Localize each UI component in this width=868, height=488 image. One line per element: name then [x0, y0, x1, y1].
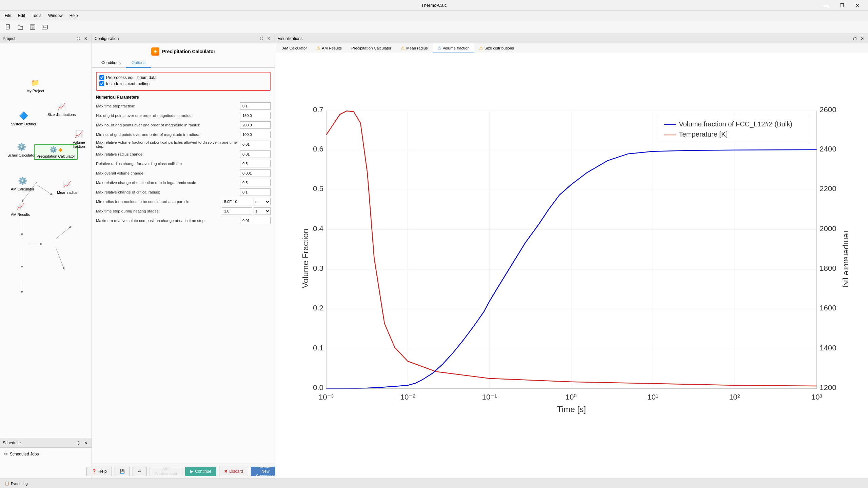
- param-row-4: Max relative volume fraction of subcriti…: [96, 140, 271, 148]
- vis-tab-size-distributions[interactable]: ⚠ Size distributions: [474, 43, 519, 53]
- config-close[interactable]: ✕: [266, 36, 272, 42]
- param-input-12[interactable]: [240, 217, 271, 224]
- preprocess-label: Preprocess equilibrium data: [106, 75, 157, 80]
- param-row-1: No. of grid points over one order of mag…: [96, 112, 271, 119]
- options-section: Preprocess equilibrium data Include inci…: [96, 72, 271, 91]
- close-button[interactable]: ✕: [850, 0, 865, 11]
- param-row-7: Max overall volume change:: [96, 169, 271, 177]
- discard-button[interactable]: ✖ Discard: [219, 467, 248, 476]
- node-scheil[interactable]: ⚙️ Scheil Calculator: [7, 142, 36, 157]
- node-mean-radius[interactable]: 📈 Mean radius: [57, 179, 78, 195]
- minimize-button[interactable]: —: [818, 0, 834, 11]
- svg-text:0.7: 0.7: [313, 105, 323, 114]
- save-doc-button[interactable]: 💾: [115, 467, 130, 476]
- param-row-11: Max time step during heating stages:s: [96, 207, 271, 215]
- param-unit-select-10[interactable]: m: [254, 198, 271, 205]
- vis-tab-size-dist-label: Size distributions: [485, 46, 514, 50]
- param-input-2[interactable]: [240, 121, 271, 129]
- node-my-project[interactable]: 📁 My Project: [26, 77, 44, 93]
- svg-text:10⁻³: 10⁻³: [319, 393, 334, 401]
- param-input-group-9: [240, 188, 271, 196]
- svg-rect-4: [31, 25, 34, 26]
- node-am-calc-icon: ⚙️: [17, 176, 28, 186]
- tab-options[interactable]: Options: [126, 58, 151, 68]
- param-input-1[interactable]: [240, 112, 271, 119]
- param-label-4: Max relative volume fraction of subcriti…: [96, 140, 240, 148]
- help-button[interactable]: ❓ Help: [86, 467, 112, 476]
- node-am-results-icon: 📈: [15, 201, 26, 212]
- node-system-definer[interactable]: 🔷 System Definer: [11, 110, 36, 126]
- project-pop-out[interactable]: ⬡: [75, 36, 81, 42]
- menu-edit[interactable]: Edit: [15, 12, 28, 19]
- warn-icon-mean-radius: ⚠: [401, 45, 405, 50]
- scheduled-jobs-item[interactable]: ⚙ Scheduled Jobs: [3, 450, 89, 458]
- save-button[interactable]: [27, 22, 38, 33]
- svg-text:Volume Fraction: Volume Fraction: [301, 229, 310, 288]
- incipient-checkbox[interactable]: [99, 81, 104, 86]
- menu-window[interactable]: Window: [45, 12, 66, 19]
- scheduler-panel: Scheduler ⬡ ✕ ⚙ Scheduled Jobs: [0, 438, 92, 479]
- param-input-8[interactable]: [240, 179, 271, 186]
- vis-pop-out[interactable]: ⬡: [852, 36, 858, 42]
- param-input-7[interactable]: [240, 169, 271, 177]
- vis-close[interactable]: ✕: [859, 36, 865, 42]
- svg-text:Temperature [K]: Temperature [K]: [679, 130, 728, 138]
- open-button[interactable]: [15, 22, 26, 33]
- project-close[interactable]: ✕: [83, 36, 89, 42]
- param-input-group-11: s: [222, 207, 271, 215]
- param-input-11[interactable]: [222, 207, 252, 215]
- vis-tab-am-results[interactable]: ⚠ AM Results: [312, 43, 347, 53]
- play-icon: ▶: [190, 469, 193, 474]
- config-pop-out[interactable]: ⬡: [258, 36, 264, 42]
- event-log-button[interactable]: 📋 Event Log: [3, 481, 30, 486]
- project-title: Project: [3, 36, 15, 41]
- node-volume-fraction[interactable]: 📈 Volume fraction: [66, 129, 92, 148]
- scheduler-close[interactable]: ✕: [83, 440, 89, 446]
- vis-tab-am-calc-label: AM Calculator: [282, 46, 307, 50]
- node-size-distributions[interactable]: 📈 Size distributions: [47, 101, 76, 117]
- menu-file[interactable]: File: [1, 12, 15, 19]
- svg-text:10⁻¹: 10⁻¹: [482, 393, 497, 401]
- node-volume-fraction-icon: 📈: [74, 129, 84, 140]
- node-am-calculator[interactable]: ⚙️ AM Calculator: [11, 176, 34, 191]
- preprocess-checkbox[interactable]: [99, 75, 104, 80]
- node-scheil-label: Scheil Calculator: [7, 153, 36, 157]
- node-mean-radius-icon: 📈: [62, 179, 73, 190]
- param-input-group-5: [240, 150, 271, 158]
- param-label-6: Relative radius change for avoiding clas…: [96, 162, 240, 166]
- vis-tab-mean-radius[interactable]: ⚠ Mean radius: [396, 43, 432, 53]
- node-system-definer-label: System Definer: [11, 122, 36, 126]
- warn-icon-am-results: ⚠: [316, 45, 320, 50]
- project-canvas: 📁 My Project 📈 Size distributions 🔷 Syst…: [0, 43, 92, 438]
- param-input-6[interactable]: [240, 160, 271, 167]
- add-predecessor-button[interactable]: Add Predecessor: [150, 467, 182, 476]
- menu-help[interactable]: Help: [66, 12, 81, 19]
- param-label-11: Max time step during heating stages:: [96, 209, 222, 213]
- tab-conditions[interactable]: Conditions: [96, 58, 126, 68]
- new-button[interactable]: [3, 22, 14, 33]
- node-my-project-icon: 📁: [30, 77, 41, 88]
- param-input-5[interactable]: [240, 150, 271, 158]
- back-button[interactable]: ←: [133, 467, 147, 476]
- param-row-2: Max no. of grid points over one order of…: [96, 121, 271, 129]
- scheduler-pop-out[interactable]: ⬡: [75, 440, 81, 446]
- param-input-10[interactable]: [222, 198, 252, 205]
- vis-tab-volume-fraction[interactable]: ⚠ Volume fraction: [433, 43, 474, 53]
- vis-tab-precip-label: Precipitation Calculator: [351, 46, 391, 50]
- continue-button[interactable]: ▶ Continue: [185, 467, 216, 476]
- node-system-definer-icon: 🔷: [18, 110, 29, 121]
- menu-tools[interactable]: Tools: [28, 12, 45, 19]
- terminal-button[interactable]: [39, 22, 50, 33]
- node-am-results[interactable]: 📈 AM Results: [11, 201, 30, 217]
- vis-tab-am-calculator[interactable]: AM Calculator: [278, 43, 312, 53]
- param-unit-select-11[interactable]: s: [254, 207, 271, 215]
- param-input-0[interactable]: [240, 102, 271, 110]
- param-input-4[interactable]: [240, 141, 271, 148]
- vis-tab-precipitation[interactable]: Precipitation Calculator: [347, 43, 396, 53]
- svg-text:Volume fraction of FCC_L12#2 (: Volume fraction of FCC_L12#2 (Bulk): [679, 120, 792, 128]
- param-input-3[interactable]: [240, 131, 271, 138]
- svg-text:10⁻²: 10⁻²: [400, 393, 415, 401]
- restore-button[interactable]: ❐: [834, 0, 850, 11]
- param-input-9[interactable]: [240, 188, 271, 196]
- project-diagram-svg: [0, 43, 92, 438]
